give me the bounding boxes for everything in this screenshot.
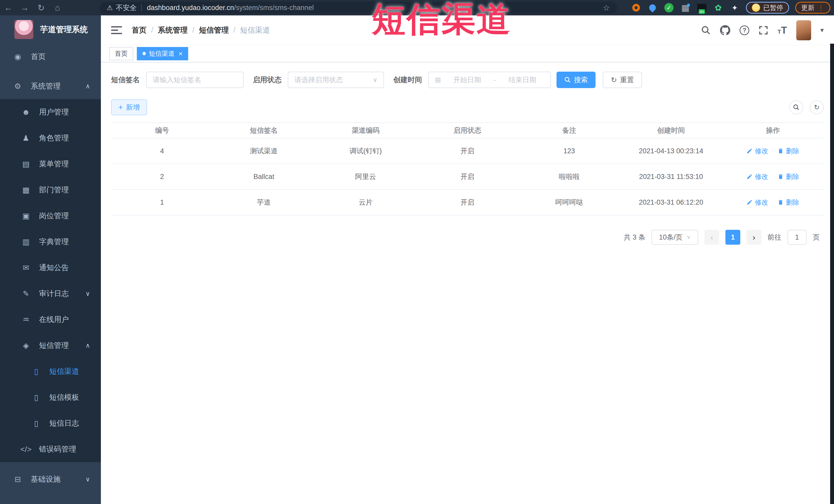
sidebar-item-menu-mgmt[interactable]: ▤菜单管理 xyxy=(0,151,101,177)
bookmark-star-icon[interactable]: ☆ xyxy=(603,3,610,13)
prev-page-button[interactable]: ‹ xyxy=(704,230,719,245)
sidebar-item-label: 字典管理 xyxy=(39,237,69,247)
help-icon[interactable]: ? xyxy=(740,25,749,35)
cell-status: 开启 xyxy=(417,146,519,156)
date-range-picker[interactable]: ⊞ 开始日期 - 结束日期 xyxy=(428,72,551,88)
extension-pin-icon[interactable] xyxy=(648,3,658,13)
sidebar-item-user-mgmt[interactable]: ☻用户管理 xyxy=(0,99,101,125)
avatar-caret-down-icon[interactable]: ▾ xyxy=(820,26,824,34)
breadcrumb-link[interactable]: 首页 xyxy=(132,25,147,36)
select-arrow-icon: ∨ xyxy=(687,234,691,241)
reset-button[interactable]: ↻ 重置 xyxy=(603,72,642,88)
delete-link[interactable]: 删除 xyxy=(777,172,799,181)
sidebar-item-system-mgmt[interactable]: ⚙系统管理∧ xyxy=(0,73,101,99)
calendar-icon: ⊞ xyxy=(435,76,441,84)
sidebar-item-label: 审计日志 xyxy=(39,289,69,299)
search-button-label: 搜索 xyxy=(574,75,588,85)
start-date-placeholder: 开始日期 xyxy=(445,75,489,85)
plus-icon: + xyxy=(118,104,123,111)
sidebar-item-role-mgmt[interactable]: ♟角色管理 xyxy=(0,125,101,151)
sidebar-item-error-code[interactable]: </>错误码管理 xyxy=(0,436,101,462)
pagination-total: 共 3 条 xyxy=(624,233,645,242)
cell-remark: 呵呵呵哒 xyxy=(518,198,620,207)
sidebar-item-label: 岗位管理 xyxy=(39,211,69,221)
toggle-search-button[interactable] xyxy=(789,101,803,114)
next-page-button[interactable]: › xyxy=(746,230,761,245)
tab-close-icon[interactable]: × xyxy=(179,50,182,57)
page-scrollbar[interactable] xyxy=(830,44,834,504)
security-label: 不安全 xyxy=(116,3,136,12)
sidebar-item-label: 菜单管理 xyxy=(39,159,69,169)
fullscreen-icon[interactable] xyxy=(759,25,768,35)
infra-icon: ⊟ xyxy=(12,475,24,484)
cell-code: 云片 xyxy=(315,198,417,207)
sidebar-item-sms-channel[interactable]: ▯短信渠道 xyxy=(0,358,101,385)
chevron-up-icon: ∧ xyxy=(86,342,90,349)
status-filter-select[interactable]: 请选择启用状态 ∨ xyxy=(288,72,384,88)
app-title: 芋道管理系统 xyxy=(40,24,88,35)
header-search-icon[interactable] xyxy=(701,25,711,35)
sidebar-item-post-mgmt[interactable]: ▣岗位管理 xyxy=(0,203,101,229)
sidebar-item-notice[interactable]: ✉通知公告 xyxy=(0,255,101,281)
user-avatar[interactable] xyxy=(796,20,811,40)
github-icon[interactable] xyxy=(720,25,730,36)
search-button[interactable]: 搜索 xyxy=(556,72,595,88)
sign-filter-input[interactable]: 请输入短信签名 xyxy=(146,72,244,88)
table-row: 2 Ballcat 阿里云 开启 啦啦啦 2021-03-31 11:53:10… xyxy=(111,164,824,190)
column-header: 渠道编码 xyxy=(315,126,417,135)
breadcrumb-link[interactable]: 短信管理 xyxy=(199,25,229,36)
font-size-icon[interactable]: TT xyxy=(777,25,787,35)
browser-update-button[interactable]: 更新 ⋮ xyxy=(795,2,830,14)
cell-code: 阿里云 xyxy=(315,172,417,181)
delete-link[interactable]: 删除 xyxy=(777,198,799,207)
edit-link[interactable]: 修改 xyxy=(746,147,768,156)
sidebar-item-audit-log[interactable]: ✎审计日志∨ xyxy=(0,281,101,307)
extension-leaf-icon[interactable]: ✿ xyxy=(713,3,723,13)
refresh-table-button[interactable]: ↻ xyxy=(810,101,824,114)
sidebar-item-sms-mgmt[interactable]: ◈短信管理∧ xyxy=(0,332,101,358)
current-page-button[interactable]: 1 xyxy=(725,230,740,245)
address-bar[interactable]: ⚠ 不安全 dashboard.yudao.iocoder.cn /system… xyxy=(100,2,617,14)
update-label: 更新 xyxy=(801,3,814,12)
cell-remark: 123 xyxy=(518,147,620,155)
add-button-label: 新增 xyxy=(126,103,140,112)
time-filter-label: 创建时间 xyxy=(393,75,422,85)
page-size-select[interactable]: 10条/页 ∨ xyxy=(652,230,698,245)
sidebar-item-dict-mgmt[interactable]: ▥字典管理 xyxy=(0,229,101,255)
cell-actions: 修改 删除 xyxy=(722,172,824,181)
edit-link[interactable]: 修改 xyxy=(746,198,768,207)
delete-link[interactable]: 删除 xyxy=(777,147,799,156)
sidebar-item-infrastructure[interactable]: ⊟基础设施∨ xyxy=(0,466,101,492)
browser-forward-button[interactable]: → xyxy=(17,3,33,13)
table-body: 4 测试渠道 调试(钉钉) 开启 123 2021-04-13 00:23:14… xyxy=(111,138,824,215)
browser-reload-button[interactable]: ↻ xyxy=(33,3,49,13)
tab-sms-channel[interactable]: 短信渠道× xyxy=(137,47,188,60)
goto-page-input[interactable]: 1 xyxy=(788,230,807,245)
add-button[interactable]: + 新增 xyxy=(111,100,147,115)
breadcrumb: 首页/系统管理/短信管理/短信渠道 xyxy=(132,25,270,36)
column-header: 创建时间 xyxy=(620,126,722,135)
tab-home[interactable]: 首页 xyxy=(109,47,133,60)
extension-dark-on-icon[interactable]: on xyxy=(697,3,707,13)
browser-menu-dots-icon[interactable]: ⋮ xyxy=(817,4,825,12)
table-row: 4 测试渠道 调试(钉钉) 开启 123 2021-04-13 00:23:14… xyxy=(111,138,824,164)
sidebar-item-dept-mgmt[interactable]: ▦部门管理 xyxy=(0,177,101,203)
sidebar-item-label: 首页 xyxy=(31,51,46,62)
browser-home-button[interactable]: ⌂ xyxy=(49,3,66,13)
extension-grid-icon[interactable]: ▦ xyxy=(680,3,690,13)
sidebar-item-home[interactable]: ◉首页 xyxy=(0,44,101,70)
address-divider xyxy=(141,4,142,11)
extension-orange-icon[interactable] xyxy=(631,3,641,13)
app-logo-row[interactable]: 芋道管理系统 xyxy=(0,16,101,44)
edit-link[interactable]: 修改 xyxy=(746,172,768,181)
app-header: 首页/系统管理/短信管理/短信渠道 ? TT ▾ xyxy=(101,16,834,45)
sidebar-item-sms-template[interactable]: ▯短信模板 xyxy=(0,385,101,410)
profile-paused-pill[interactable]: 已暂停 xyxy=(746,2,789,14)
sidebar-item-online-users[interactable]: ♒在线用户 xyxy=(0,307,101,332)
browser-back-button[interactable]: ← xyxy=(0,3,17,13)
breadcrumb-link[interactable]: 系统管理 xyxy=(158,25,188,36)
extensions-puzzle-icon[interactable]: ✦ xyxy=(729,3,740,13)
sidebar-item-sms-log[interactable]: ▯短信日志 xyxy=(0,410,101,436)
hamburger-icon[interactable] xyxy=(111,26,122,35)
extension-green-check-icon[interactable]: ✓ xyxy=(664,3,674,13)
